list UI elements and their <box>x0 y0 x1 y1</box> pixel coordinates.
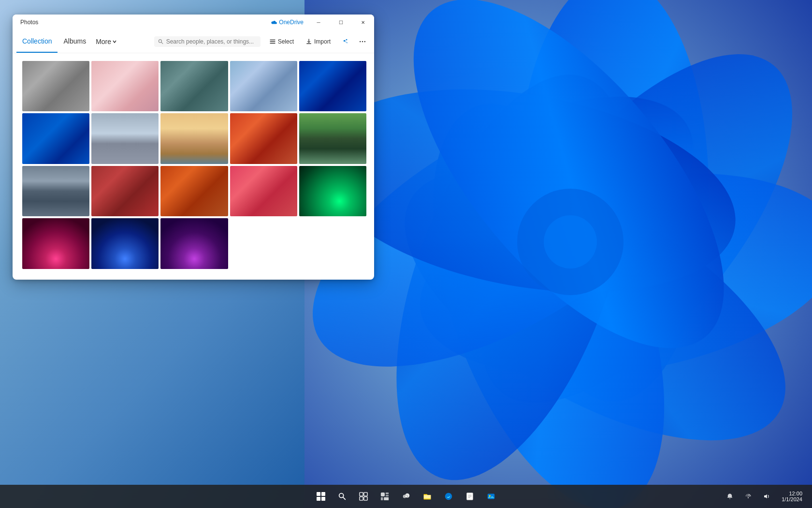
svg-point-21 <box>347 42 348 43</box>
photo-item-3[interactable] <box>160 61 228 111</box>
photo-item-11[interactable] <box>22 166 89 216</box>
onedrive-label: OneDrive <box>279 19 304 26</box>
ellipsis-icon <box>359 38 366 45</box>
photo-item-2[interactable] <box>91 61 159 111</box>
taskbar-volume-icon[interactable] <box>759 491 774 502</box>
taskbar-explorer-button[interactable] <box>418 487 437 506</box>
taskbar-notification-icon[interactable] <box>723 491 737 502</box>
notepad-icon <box>465 492 474 501</box>
search-icon <box>158 39 163 45</box>
taskbar-right: 12:00 1/1/2024 <box>723 490 806 503</box>
svg-rect-29 <box>317 497 320 501</box>
taskbar-chat-button[interactable]: 💬 <box>396 487 416 506</box>
svg-rect-15 <box>270 41 275 42</box>
taskbar-search-button[interactable] <box>333 487 352 506</box>
svg-line-13 <box>161 42 163 44</box>
date-display: 1/1/2024 <box>782 496 802 502</box>
magic-select-button[interactable] <box>337 34 353 49</box>
svg-rect-37 <box>381 493 385 496</box>
search-input[interactable] <box>166 38 257 45</box>
photo-item-7[interactable] <box>91 113 159 164</box>
svg-rect-49 <box>488 494 494 499</box>
wallpaper-svg <box>304 0 812 508</box>
photo-item-17[interactable] <box>91 218 159 269</box>
more-options-button[interactable] <box>355 34 370 49</box>
taskbar: 💬 <box>0 485 812 508</box>
select-button[interactable]: Select <box>264 36 299 47</box>
import-button[interactable]: Import <box>301 36 335 47</box>
chat-icon: 💬 <box>402 492 410 501</box>
photo-item-6[interactable] <box>22 113 89 164</box>
svg-rect-34 <box>364 493 367 496</box>
taskbar-clock[interactable]: 12:00 1/1/2024 <box>778 490 806 503</box>
volume-icon <box>763 493 770 500</box>
svg-rect-14 <box>270 39 275 40</box>
photo-item-18[interactable] <box>160 218 228 269</box>
svg-rect-36 <box>364 497 367 500</box>
taskbar-notepad-button[interactable] <box>460 487 479 506</box>
taskbar-widgets-button[interactable] <box>375 487 394 506</box>
svg-rect-38 <box>386 493 389 494</box>
taskbar-center: 💬 <box>311 487 501 506</box>
select-icon <box>269 38 276 45</box>
widgets-icon <box>380 492 389 501</box>
chevron-down-icon <box>112 39 117 44</box>
taskview-icon <box>359 492 368 501</box>
magic-icon <box>341 38 349 45</box>
photo-item-13[interactable] <box>160 166 228 216</box>
more-dropdown-button[interactable]: More <box>92 30 121 53</box>
taskbar-taskview-button[interactable] <box>354 487 373 506</box>
svg-rect-17 <box>306 43 311 44</box>
svg-rect-16 <box>270 43 275 43</box>
onedrive-link[interactable]: OneDrive <box>266 17 307 28</box>
close-button[interactable]: ✕ <box>352 15 374 30</box>
photo-item-4[interactable] <box>230 61 297 111</box>
search-box[interactable] <box>154 36 261 47</box>
maximize-button[interactable]: ☐ <box>330 15 352 30</box>
svg-rect-33 <box>360 493 363 496</box>
svg-line-23 <box>345 41 347 42</box>
photo-item-8[interactable] <box>160 113 228 164</box>
svg-text:💬: 💬 <box>405 495 408 498</box>
svg-rect-35 <box>360 497 363 500</box>
title-bar-left: Photos <box>20 19 38 26</box>
taskbar-edge-button[interactable] <box>439 487 458 506</box>
title-controls: ─ ☐ ✕ <box>307 15 374 30</box>
time-display: 12:00 <box>789 491 802 496</box>
photo-item-1[interactable] <box>22 61 89 111</box>
tab-collection[interactable]: Collection <box>16 30 58 53</box>
taskbar-start-button[interactable] <box>311 487 331 506</box>
photo-item-15[interactable] <box>299 166 366 216</box>
network-icon <box>745 493 752 500</box>
toolbar: Collection Albums More <box>13 30 374 53</box>
svg-rect-30 <box>321 497 325 501</box>
svg-point-24 <box>360 41 361 42</box>
photo-grid-container <box>13 53 374 280</box>
import-icon <box>305 38 312 45</box>
minimize-button[interactable]: ─ <box>307 15 330 30</box>
photos-app-window: Photos OneDrive ─ ☐ ✕ Collection Albums … <box>13 15 374 280</box>
svg-point-25 <box>362 41 363 42</box>
svg-rect-40 <box>381 497 383 500</box>
windows-logo-icon <box>317 492 325 501</box>
photo-item-16[interactable] <box>22 218 89 269</box>
photo-grid <box>22 61 366 269</box>
photo-item-12[interactable] <box>91 166 159 216</box>
svg-point-11 <box>544 215 597 269</box>
tab-albums[interactable]: Albums <box>58 30 92 53</box>
photos-taskbar-icon <box>487 492 495 501</box>
svg-line-32 <box>343 497 346 500</box>
photo-item-5[interactable] <box>299 61 366 111</box>
svg-point-51 <box>748 497 749 498</box>
svg-point-50 <box>489 495 491 497</box>
photo-item-9[interactable] <box>230 113 297 164</box>
svg-rect-39 <box>386 495 389 496</box>
svg-rect-27 <box>317 492 320 496</box>
toolbar-actions: Select Import <box>264 34 370 49</box>
taskbar-network-icon[interactable] <box>741 491 755 502</box>
photo-item-14[interactable] <box>230 166 297 216</box>
svg-point-19 <box>344 40 345 41</box>
photo-item-10[interactable] <box>299 113 366 164</box>
onedrive-icon <box>270 19 277 26</box>
taskbar-photos-button[interactable] <box>481 487 501 506</box>
